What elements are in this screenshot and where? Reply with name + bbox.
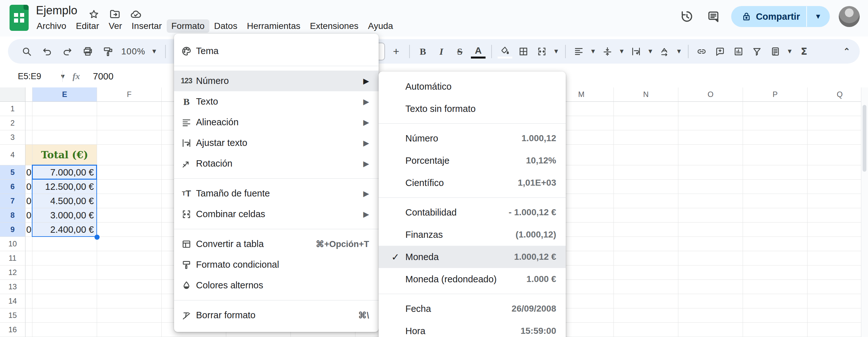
account-avatar[interactable] bbox=[839, 6, 860, 27]
row-header[interactable]: 3 bbox=[0, 130, 26, 145]
functions-icon[interactable]: Σ bbox=[797, 44, 811, 59]
insert-comment-icon[interactable] bbox=[713, 44, 727, 59]
hide-toolbar-icon[interactable]: ⌃ bbox=[843, 39, 850, 64]
menu-item-borrar-formato[interactable]: Borrar formato ⌘\ bbox=[174, 305, 379, 326]
share-dropdown-icon[interactable]: ▼ bbox=[809, 12, 827, 21]
horizontal-align-dropdown-icon[interactable]: ▼ bbox=[590, 48, 596, 55]
vertical-align-dropdown-icon[interactable]: ▼ bbox=[619, 48, 625, 55]
menu-datos[interactable]: Datos bbox=[209, 20, 242, 33]
column-header-n[interactable]: N bbox=[614, 88, 678, 102]
row-header[interactable]: 15 bbox=[0, 308, 26, 323]
cell-d7-fragment[interactable]: 0 bbox=[26, 194, 32, 208]
column-header-p[interactable]: P bbox=[743, 88, 808, 102]
column-header-e[interactable]: E bbox=[32, 88, 97, 102]
row-header[interactable]: 12 bbox=[0, 266, 26, 280]
cell-d5-fragment[interactable]: 0 bbox=[26, 165, 32, 179]
comments-icon[interactable] bbox=[705, 8, 722, 26]
submenu-item-moneda[interactable]: ✓ Moneda 1.000,12 € bbox=[379, 246, 566, 268]
submenu-item-texto-sin-formato[interactable]: Texto sin formato bbox=[379, 98, 566, 120]
merge-cells-icon[interactable] bbox=[534, 44, 549, 59]
merge-dropdown-icon[interactable]: ▼ bbox=[553, 48, 559, 55]
insert-link-icon[interactable] bbox=[694, 44, 709, 59]
table-views-icon[interactable] bbox=[768, 44, 783, 59]
cell-e5[interactable]: 7.000,00 € bbox=[32, 165, 97, 179]
row-header-selected[interactable]: 7 bbox=[0, 194, 26, 208]
text-rotation-dropdown-icon[interactable]: ▼ bbox=[676, 48, 682, 55]
undo-icon[interactable] bbox=[40, 44, 54, 59]
menu-insertar[interactable]: Insertar bbox=[127, 20, 167, 33]
submenu-item-hora[interactable]: Hora 15:59:00 bbox=[379, 320, 566, 337]
zoom-control[interactable]: 100% bbox=[121, 44, 146, 59]
search-icon[interactable] bbox=[20, 44, 34, 59]
share-button[interactable]: Compartir ▼ bbox=[731, 6, 830, 27]
submenu-item-porcentaje[interactable]: Porcentaje 10,12% bbox=[379, 149, 566, 172]
horizontal-align-icon[interactable] bbox=[571, 44, 586, 59]
menu-item-alineacion[interactable]: Alineación ▶ bbox=[174, 112, 379, 133]
zoom-dropdown-icon[interactable]: ▼ bbox=[151, 48, 157, 55]
cell-e7[interactable]: 4.500,00 € bbox=[32, 194, 97, 208]
column-header-q[interactable]: Q bbox=[808, 88, 868, 102]
menu-item-combinar-celdas[interactable]: Combinar celdas ▶ bbox=[174, 204, 379, 225]
menu-formato[interactable]: Formato bbox=[167, 20, 209, 33]
menu-item-texto[interactable]: B Texto ▶ bbox=[174, 91, 379, 112]
menu-item-formato-condicional[interactable]: Formato condicional bbox=[174, 254, 379, 275]
redo-icon[interactable] bbox=[60, 44, 75, 59]
table-views-dropdown-icon[interactable]: ▼ bbox=[786, 48, 793, 55]
row-header-selected[interactable]: 6 bbox=[0, 180, 26, 194]
cell-d4[interactable] bbox=[26, 145, 32, 165]
scrollbar-thumb[interactable] bbox=[863, 105, 866, 172]
row-header[interactable]: 14 bbox=[0, 294, 26, 308]
print-icon[interactable] bbox=[81, 44, 95, 59]
increase-font-size-icon[interactable]: + bbox=[389, 44, 403, 59]
text-wrap-dropdown-icon[interactable]: ▼ bbox=[647, 48, 654, 55]
submenu-item-finanzas[interactable]: Finanzas (1.000,12) bbox=[379, 224, 566, 246]
row-header-selected[interactable]: 5 bbox=[0, 165, 26, 180]
name-box-dropdown-icon[interactable]: ▼ bbox=[60, 73, 66, 80]
column-header-o[interactable]: O bbox=[678, 88, 743, 102]
menu-item-tema[interactable]: Tema bbox=[174, 41, 379, 61]
cell-d8-fragment[interactable]: 0 bbox=[26, 208, 32, 222]
cell-e6[interactable]: 12.500,00 € bbox=[32, 180, 97, 194]
row-header[interactable]: 10 bbox=[0, 237, 26, 251]
row-header[interactable]: 4 bbox=[0, 145, 26, 165]
fill-handle[interactable] bbox=[94, 235, 100, 240]
menu-item-numero[interactable]: 123 Número ▶ bbox=[174, 71, 379, 91]
submenu-item-cientifico[interactable]: Científico 1,01E+03 bbox=[379, 172, 566, 194]
row-header[interactable]: 11 bbox=[0, 251, 26, 266]
document-title[interactable]: Ejemplo bbox=[36, 4, 77, 17]
submenu-item-fecha[interactable]: Fecha 26/09/2008 bbox=[379, 298, 566, 320]
text-color-icon[interactable]: A bbox=[471, 44, 486, 59]
cell-d9-fragment[interactable]: 0 bbox=[26, 223, 32, 237]
menu-herramientas[interactable]: Herramientas bbox=[242, 20, 305, 33]
menu-item-convertir-a-tabla[interactable]: Convertir a tabla ⌘+Opción+T bbox=[174, 234, 379, 254]
menu-ayuda[interactable]: Ayuda bbox=[363, 20, 398, 33]
row-header[interactable]: 16 bbox=[0, 323, 26, 337]
menu-ver[interactable]: Ver bbox=[104, 20, 127, 33]
text-wrap-icon[interactable] bbox=[629, 44, 643, 59]
menu-extensiones[interactable]: Extensiones bbox=[305, 20, 363, 33]
italic-icon[interactable]: I bbox=[434, 44, 448, 59]
bold-icon[interactable]: B bbox=[415, 44, 430, 59]
version-history-icon[interactable] bbox=[678, 8, 695, 26]
row-header[interactable]: 2 bbox=[0, 116, 26, 130]
name-box[interactable]: E5:E9 ▼ bbox=[18, 65, 66, 88]
submenu-item-moneda-redondeado[interactable]: Moneda (redondeado) 1.000 € bbox=[379, 268, 566, 290]
menu-item-tamano-de-fuente[interactable]: TT Tamaño de fuente ▶ bbox=[174, 183, 379, 204]
cell-d6-fragment[interactable]: 0 bbox=[26, 180, 32, 194]
menu-item-rotacion[interactable]: Rotación ▶ bbox=[174, 153, 379, 174]
cloud-saved-icon[interactable] bbox=[130, 8, 142, 20]
insert-chart-icon[interactable] bbox=[731, 44, 746, 59]
menu-item-ajustar-texto[interactable]: Ajustar texto ▶ bbox=[174, 133, 379, 153]
vertical-align-icon[interactable] bbox=[600, 44, 615, 59]
row-header[interactable]: 13 bbox=[0, 280, 26, 294]
column-header-d-sliver[interactable] bbox=[26, 88, 32, 102]
move-folder-icon[interactable] bbox=[109, 8, 121, 20]
paint-format-icon[interactable] bbox=[101, 44, 116, 59]
submenu-item-contabilidad[interactable]: Contabilidad - 1.000,12 € bbox=[379, 201, 566, 224]
star-icon[interactable] bbox=[88, 8, 100, 20]
cell-e9[interactable]: 2.400,00 € bbox=[32, 223, 97, 237]
submenu-item-automatico[interactable]: Automático bbox=[379, 75, 566, 98]
column-header-f[interactable]: F bbox=[97, 88, 162, 102]
text-rotation-icon[interactable] bbox=[657, 44, 672, 59]
strikethrough-icon[interactable]: S bbox=[453, 44, 467, 59]
